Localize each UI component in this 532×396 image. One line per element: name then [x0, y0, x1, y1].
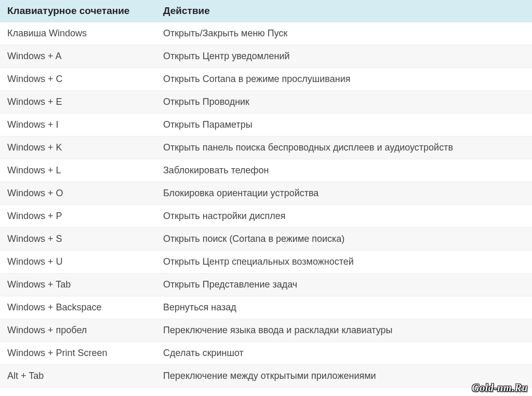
cell-action: Открыть Проводник	[156, 91, 532, 114]
cell-action: Вернуться назад	[156, 296, 532, 319]
cell-shortcut: Клавиша Windows	[0, 22, 156, 45]
cell-shortcut: Windows + пробел	[0, 319, 156, 342]
table-row: Windows + пробел Переключение языка ввод…	[0, 319, 532, 342]
header-action: Действие	[156, 0, 532, 22]
cell-shortcut: Windows + C	[0, 68, 156, 91]
cell-action: Открыть/Закрыть меню Пуск	[156, 22, 532, 45]
cell-shortcut: Windows + K	[0, 136, 156, 159]
table-row: Windows + K Открыть панель поиска беспро…	[0, 136, 532, 159]
table-row: Windows + P Открыть настройки дисплея	[0, 205, 532, 228]
cell-action: Открыть Центр уведомлений	[156, 45, 532, 68]
table-row: Windows + E Открыть Проводник	[0, 91, 532, 114]
cell-action: Открыть настройки дисплея	[156, 205, 532, 228]
cell-action: Открыть панель поиска беспроводных диспл…	[156, 136, 532, 159]
cell-shortcut: Windows + E	[0, 91, 156, 114]
cell-shortcut: Alt + Tab	[0, 365, 156, 388]
cell-action: Сделать скриншот	[156, 342, 532, 365]
cell-shortcut: Windows + L	[0, 159, 156, 182]
table-row: Windows + Tab Открыть Представление зада…	[0, 274, 532, 296]
cell-shortcut: Windows + P	[0, 205, 156, 228]
table-row: Windows + O Блокировка ориентации устрой…	[0, 182, 532, 205]
cell-shortcut: Windows + Tab	[0, 274, 156, 296]
cell-shortcut: Windows + Backspace	[0, 296, 156, 319]
table-row: Клавиша Windows Открыть/Закрыть меню Пус…	[0, 22, 532, 45]
table-row: Windows + C Открыть Cortana в режиме про…	[0, 68, 532, 91]
cell-shortcut: Windows + I	[0, 114, 156, 136]
cell-shortcut: Windows + O	[0, 182, 156, 205]
shortcuts-table: Клавиатурное сочетание Действие Клавиша …	[0, 0, 532, 388]
cell-shortcut: Windows + U	[0, 251, 156, 274]
cell-action: Открыть Представление задач	[156, 274, 532, 296]
cell-action: Открыть поиск (Cortana в режиме поиска)	[156, 228, 532, 251]
table-row: Windows + U Открыть Центр специальных во…	[0, 251, 532, 274]
cell-shortcut: Windows + S	[0, 228, 156, 251]
cell-action: Блокировка ориентации устройства	[156, 182, 532, 205]
cell-shortcut: Windows + Print Screen	[0, 342, 156, 365]
cell-action: Переключение языка ввода и раскладки кла…	[156, 319, 532, 342]
cell-action: Заблокировать телефон	[156, 159, 532, 182]
table-row: Windows + S Открыть поиск (Cortana в реж…	[0, 228, 532, 251]
cell-action: Открыть Параметры	[156, 114, 532, 136]
cell-shortcut: Windows + A	[0, 45, 156, 68]
table-row: Windows + Backspace Вернуться назад	[0, 296, 532, 319]
cell-action: Открыть Центр специальных возможностей	[156, 251, 532, 274]
cell-action: Переключение между открытыми приложениям…	[156, 365, 532, 388]
header-shortcut: Клавиатурное сочетание	[0, 0, 156, 22]
cell-action: Открыть Cortana в режиме прослушивания	[156, 68, 532, 91]
table-row: Alt + Tab Переключение между открытыми п…	[0, 365, 532, 388]
table-row: Windows + I Открыть Параметры	[0, 114, 532, 136]
table-row: Windows + Print Screen Сделать скриншот	[0, 342, 532, 365]
table-row: Windows + A Открыть Центр уведомлений	[0, 45, 532, 68]
table-row: Windows + L Заблокировать телефон	[0, 159, 532, 182]
table-header-row: Клавиатурное сочетание Действие	[0, 0, 532, 22]
